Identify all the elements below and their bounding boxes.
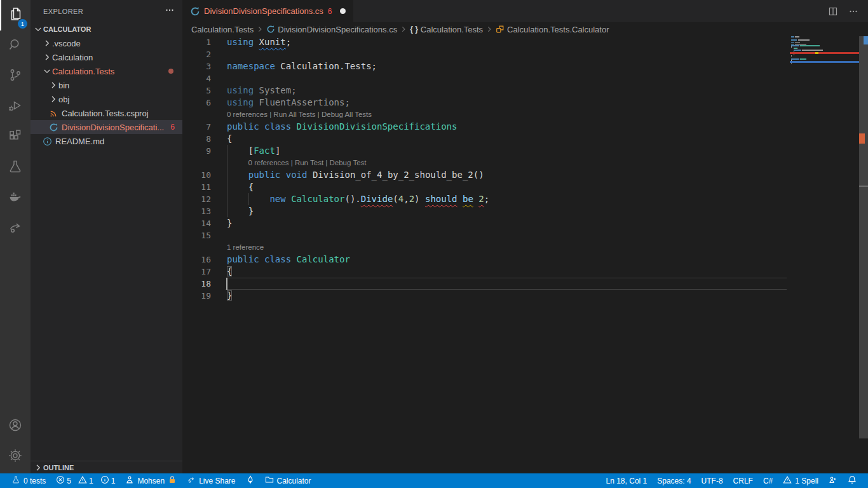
line-number[interactable]: 3 [182, 60, 211, 72]
line-number[interactable]: 7 [182, 121, 211, 133]
tab-divisiondivisionspecifications[interactable]: DivisionDivisionSpecifications.cs 6 [182, 0, 353, 22]
code-line-9[interactable]: 9 [Fact] [182, 145, 790, 157]
code-line-14[interactable]: 14} [182, 217, 790, 229]
code-line-11[interactable]: 11 { [182, 181, 790, 193]
code-line-16[interactable]: 16public class Calculator [182, 254, 790, 266]
activity-item-source-control[interactable] [0, 61, 31, 92]
line-number[interactable]: 4 [182, 72, 211, 85]
activity-item-testing[interactable] [0, 152, 31, 183]
modified-dot-icon[interactable] [340, 8, 346, 14]
line-number[interactable]: 5 [182, 85, 211, 97]
breadcrumb-item[interactable]: DivisionDivisionSpecifications.cs [266, 25, 397, 34]
code-line-content[interactable]: { [227, 181, 254, 193]
line-number[interactable]: 17 [182, 266, 211, 278]
activity-item-run-and-debug[interactable] [0, 92, 31, 122]
codelens-action[interactable]: Debug Test [330, 159, 367, 166]
scrollbar-slider[interactable] [859, 36, 868, 438]
line-number[interactable]: 16 [182, 254, 211, 266]
status-spell-checker[interactable]: 1 Spell [778, 473, 824, 488]
tree-item-obj[interactable]: obj [31, 92, 182, 106]
code-line-content[interactable]: } [227, 290, 232, 302]
status-indentation[interactable]: Spaces: 4 [652, 473, 696, 488]
split-editor-icon[interactable] [827, 6, 839, 17]
line-number[interactable]: 13 [182, 205, 211, 217]
activity-item-docker[interactable] [0, 183, 31, 214]
tree-item--vscode[interactable]: .vscode [31, 36, 182, 50]
status-problems[interactable]: 511 [51, 473, 120, 488]
codelens-action[interactable]: Run All Tests [273, 111, 315, 118]
line-number[interactable]: 19 [182, 290, 211, 302]
tree-item-divisiondivisionspecificati-[interactable]: DivisionDivisionSpecificati...6 [31, 120, 182, 134]
status-account[interactable]: Mohsen [120, 473, 182, 488]
status-live-share[interactable]: Live Share [182, 473, 240, 488]
line-number[interactable]: 14 [182, 217, 211, 229]
status-eol[interactable]: CRLF [728, 473, 758, 488]
status-azurite[interactable] [241, 473, 260, 488]
code-line-8[interactable]: 8{ [182, 133, 790, 145]
line-number[interactable]: 1 [182, 36, 211, 48]
code-line-2[interactable]: 2 [182, 48, 790, 60]
section-outline[interactable]: OUTLINE [31, 461, 182, 473]
codelens-action[interactable]: Debug All Tests [322, 111, 372, 118]
code-line-content[interactable]: using Xunit; [227, 36, 291, 48]
code-line-7[interactable]: 7public class DivisionDivisionSpecificat… [182, 121, 790, 133]
breadcrumb-item[interactable]: Calculation.Tests.Calculator [496, 25, 609, 34]
code-line-4[interactable]: 4 [182, 72, 790, 85]
status-encoding[interactable]: UTF-8 [696, 473, 728, 488]
code-line-content[interactable]: [Fact] [227, 145, 280, 157]
codelens-action[interactable]: Run Test [295, 159, 323, 166]
tree-item-calculation-tests[interactable]: Calculation.Tests [31, 64, 182, 78]
tree-item-calculation-tests-csproj[interactable]: Calculation.Tests.csproj [31, 106, 182, 120]
minimap[interactable] [790, 36, 859, 354]
code-line-3[interactable]: 3namespace Calculation.Tests; [182, 60, 790, 72]
code-line-content[interactable]: new Calculator().Divide(4,2) should be 2… [227, 193, 489, 205]
code-line-content[interactable]: using FluentAssertions; [227, 97, 350, 109]
code-line-12[interactable]: 12 new Calculator().Divide(4,2) should b… [182, 193, 790, 205]
status-tests-status[interactable]: 0 tests [6, 473, 51, 488]
status-feedback[interactable] [824, 473, 843, 488]
line-number[interactable]: 6 [182, 97, 211, 109]
line-number[interactable]: 15 [182, 229, 211, 241]
code-line-content[interactable]: public class Calculator [227, 254, 350, 266]
code-line-content[interactable]: using System; [227, 85, 297, 97]
status-workspace[interactable]: Calculator [260, 473, 316, 488]
code-line-content[interactable]: namespace Calculation.Tests; [227, 60, 377, 72]
status-notifications[interactable] [843, 473, 862, 488]
breadcrumb-item[interactable]: Calculation.Tests [191, 25, 254, 34]
more-actions-icon[interactable] [165, 5, 175, 18]
code-line-15[interactable]: 15 [182, 229, 790, 241]
line-number[interactable]: 9 [182, 145, 211, 157]
activity-item-live-share[interactable] [0, 214, 31, 244]
line-number[interactable]: 11 [182, 181, 211, 193]
activity-item-explorer[interactable]: 1 [0, 0, 31, 30]
code-line-content[interactable]: { [227, 266, 232, 278]
line-number[interactable]: 2 [182, 48, 211, 60]
tree-item-bin[interactable]: bin [31, 78, 182, 92]
line-number[interactable]: 18 [182, 278, 211, 290]
line-number[interactable]: 8 [182, 133, 211, 145]
code-line-content[interactable]: public void Division_of_4_by_2_should_be… [227, 169, 484, 181]
scrollbar-overview-ruler[interactable] [859, 0, 868, 473]
section-calculator[interactable]: CALCULATOR [31, 22, 182, 36]
more-actions-icon[interactable] [848, 6, 859, 17]
code-line-10[interactable]: 10 public void Division_of_4_by_2_should… [182, 169, 790, 181]
code-line-content[interactable]: } [227, 205, 254, 217]
status-cursor-position[interactable]: Ln 18, Col 1 [601, 473, 653, 488]
code-line-content[interactable]: } [227, 217, 232, 229]
code-line-19[interactable]: 19} [182, 290, 790, 302]
activity-item-extensions[interactable] [0, 122, 31, 152]
code-line-1[interactable]: 1using Xunit; [182, 36, 790, 48]
activity-item-accounts[interactable] [0, 411, 31, 442]
line-number[interactable]: 10 [182, 169, 211, 181]
code-line-13[interactable]: 13 } [182, 205, 790, 217]
code-editor[interactable]: 1using Xunit;23namespace Calculation.Tes… [182, 36, 790, 473]
code-line-17[interactable]: 17{ [182, 266, 790, 278]
line-number[interactable]: 12 [182, 193, 211, 205]
code-line-5[interactable]: 5using System; [182, 85, 790, 97]
activity-item-settings[interactable] [0, 442, 31, 472]
tree-item-readme-md[interactable]: README.md [31, 134, 182, 148]
tree-item-calculation[interactable]: Calculation [31, 50, 182, 64]
code-line-content[interactable]: public class DivisionDivisionSpecificati… [227, 121, 457, 133]
code-line-6[interactable]: 6using FluentAssertions; [182, 97, 790, 109]
status-language-mode[interactable]: C# [758, 473, 778, 488]
